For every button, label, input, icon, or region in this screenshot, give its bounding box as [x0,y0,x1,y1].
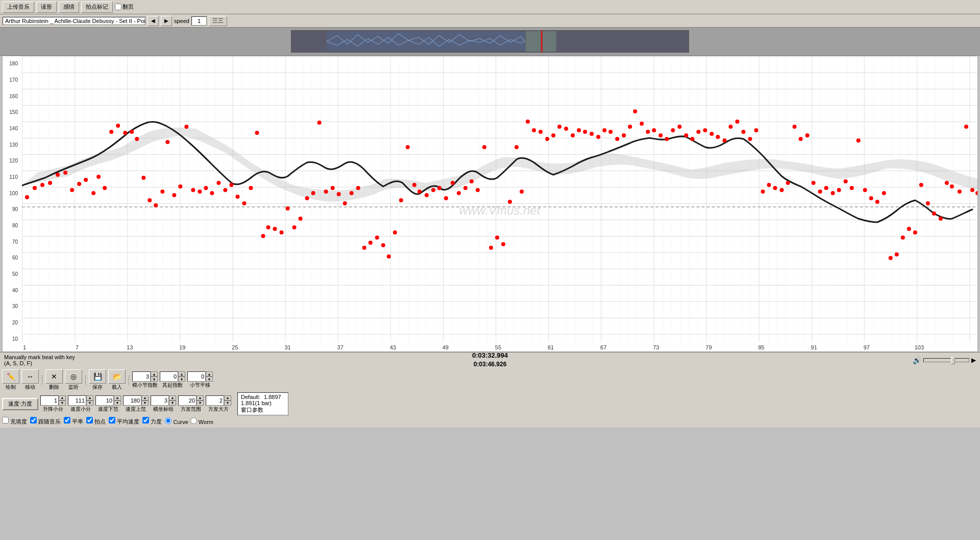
chart-canvas[interactable]: 1 7 13 19 25 31 37 43 49 55 61 67 73 79 … [22,56,977,351]
spinner2-input[interactable] [160,371,178,382]
music-checkbox-label[interactable]: 跟随音乐 [30,417,61,426]
bottom-row1: ✏️ 绘制 ↔ 移动 ✕ 删除 ◎ 监听 💾 保存 📂 载入 [2,369,978,391]
svg-point-46 [48,181,52,185]
svg-point-103 [412,183,416,187]
s3-group: ▲ ▼ 速度下范 [95,395,121,413]
svg-point-186 [939,217,943,221]
fill-checkbox-label[interactable]: 充填度 [2,417,27,426]
worm-radio[interactable] [190,417,197,424]
s7-down[interactable]: ▼ [224,401,231,406]
s3-input[interactable] [95,395,114,406]
svg-point-61 [148,198,152,202]
svg-point-80 [266,225,271,229]
waveform-container[interactable] [291,30,689,53]
flat-checkbox-label[interactable]: 平率 [64,417,83,426]
s1-down[interactable]: ▼ [59,401,66,406]
save-btn[interactable]: 💾 [89,369,106,384]
svg-point-57 [123,131,127,135]
spinner3-down[interactable]: ▼ [206,377,213,382]
delete-btn[interactable]: ✕ [45,369,63,384]
avg-speed-checkbox-label[interactable]: 平均速度 [109,417,139,426]
prev-btn[interactable]: ◀ [148,16,159,26]
svg-text:80: 80 [12,223,18,228]
spinner3-up[interactable]: ▲ [206,371,213,377]
volume-track[interactable] [923,358,969,362]
svg-point-58 [130,130,134,134]
s6-down[interactable]: ▼ [197,401,204,406]
shape-btn[interactable]: 读形 [36,2,57,13]
svg-text:90: 90 [12,206,18,212]
beat-checkbox-label[interactable]: 拍点 [86,417,106,426]
svg-text:40: 40 [12,288,18,293]
svg-point-169 [831,191,835,195]
spinner1-down[interactable]: ▼ [151,377,158,382]
play-btn[interactable]: ▶ [161,16,172,26]
s3-up[interactable]: ▲ [114,395,121,401]
s7-up[interactable]: ▲ [224,395,231,401]
volume-control[interactable]: 🔊 ▶ [913,356,976,364]
marker-btn[interactable]: 三三 [209,16,227,26]
s4-input[interactable] [123,395,141,406]
power-checkbox-label[interactable]: 力度 [142,417,162,426]
svg-point-185 [932,212,936,216]
svg-point-77 [249,186,253,190]
svg-point-43 [25,195,29,199]
svg-text:31: 31 [284,344,290,350]
svg-point-175 [869,196,873,200]
svg-rect-3 [541,31,543,52]
s3-down[interactable]: ▼ [114,401,121,406]
s6-input[interactable] [178,395,197,406]
spinner1-up[interactable]: ▲ [151,371,158,377]
svg-text:100: 100 [9,191,18,196]
svg-point-115 [489,246,493,250]
flip-checkbox[interactable]: 翻页 [115,3,134,11]
load-btn[interactable]: 📂 [108,369,126,384]
svg-text:10: 10 [12,336,18,342]
upload-music-btn[interactable]: 上传音乐 [3,2,34,13]
svg-point-161 [780,188,784,192]
s4-up[interactable]: ▲ [141,395,149,401]
separator2 [85,375,86,385]
spinner3-input[interactable] [187,371,206,382]
spinner2-up[interactable]: ▲ [178,371,185,377]
move-btn[interactable]: ↔ [21,369,39,384]
s5-up[interactable]: ▲ [169,395,176,401]
svg-text:50: 50 [12,271,18,277]
svg-point-67 [184,125,188,129]
speed-power-btn[interactable]: 速度·力度 [2,398,38,410]
flat-checkbox[interactable] [64,417,70,424]
music-checkbox[interactable] [30,417,37,424]
s6-up[interactable]: ▲ [197,395,204,401]
s1-up[interactable]: ▲ [59,395,66,401]
spinner2-down[interactable]: ▼ [178,377,185,382]
svg-point-155 [742,130,746,134]
curve-radio[interactable] [165,417,172,424]
spinner1-input[interactable] [132,371,151,382]
svg-point-144 [671,128,675,132]
s2-input[interactable] [68,395,86,406]
svg-point-183 [919,183,923,187]
volume-thumb[interactable] [951,357,955,364]
beat-marker-btn[interactable]: 拍点标记 [81,2,113,13]
s7-input[interactable] [206,395,224,406]
avg-speed-checkbox[interactable] [109,417,115,424]
s2-down[interactable]: ▼ [86,401,93,406]
s5-input[interactable] [151,395,169,406]
s5-down[interactable]: ▼ [169,401,176,406]
beat-checkbox[interactable] [86,417,93,424]
pencil-btn[interactable]: ✏️ [2,369,19,384]
svg-text:150: 150 [9,109,18,115]
s1-input[interactable] [40,395,59,406]
svg-point-113 [476,188,480,192]
fill-checkbox[interactable] [2,417,9,424]
s4-down[interactable]: ▼ [141,401,149,406]
ear-btn[interactable]: ◎ [65,369,82,384]
power-checkbox[interactable] [142,417,149,424]
curve-radio-label[interactable]: Curve [165,417,188,425]
sentiment-btn[interactable]: 感情 [59,2,79,13]
worm-radio-label[interactable]: Worm [190,417,213,425]
s2-up[interactable]: ▲ [86,395,93,401]
spinner1: ▲ ▼ [132,371,158,382]
main-chart-svg: 1 7 13 19 25 31 37 43 49 55 61 67 73 79 … [22,56,977,351]
svg-point-116 [495,236,499,240]
